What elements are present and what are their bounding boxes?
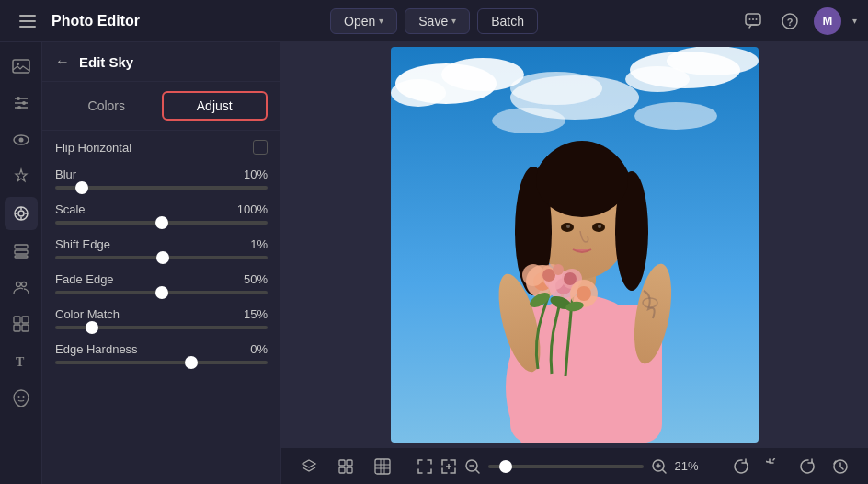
svg-point-69 <box>577 286 591 301</box>
bottombar-right <box>728 454 853 479</box>
tab-colors[interactable]: Colors <box>55 91 158 121</box>
zoom-out-btn[interactable] <box>464 454 481 479</box>
sidebar-image-btn[interactable] <box>5 50 38 83</box>
color-match-label: Color Match <box>55 307 120 321</box>
menu-icon[interactable] <box>11 5 44 38</box>
svg-point-41 <box>510 72 602 105</box>
svg-point-25 <box>21 282 26 287</box>
tab-adjust[interactable]: Adjust <box>162 91 268 121</box>
sidebar-effects-btn[interactable] <box>5 197 38 230</box>
fade-edge-slider[interactable] <box>55 291 268 294</box>
svg-rect-27 <box>22 317 29 323</box>
svg-point-59 <box>598 225 601 228</box>
shift-edge-slider[interactable] <box>55 256 268 259</box>
svg-line-93 <box>662 469 666 473</box>
redo-btn[interactable] <box>794 454 820 479</box>
topbar-right: ? M ▾ <box>538 7 857 35</box>
image-container <box>281 42 868 447</box>
svg-rect-1 <box>19 20 36 22</box>
svg-point-74 <box>564 272 577 285</box>
batch-button[interactable]: Batch <box>477 8 538 34</box>
svg-rect-26 <box>14 317 20 323</box>
svg-line-89 <box>475 469 479 473</box>
control-edge-hardness: Edge Hardness 0% <box>55 342 268 364</box>
control-fade-edge: Fade Edge 50% <box>55 272 268 294</box>
sidebar-filter-btn[interactable] <box>5 307 38 340</box>
fade-edge-value: 50% <box>244 272 268 286</box>
svg-point-18 <box>18 138 23 143</box>
open-chevron: ▾ <box>379 16 383 26</box>
control-shift-edge: Shift Edge 1% <box>55 237 268 259</box>
svg-point-55 <box>536 144 628 217</box>
edge-hardness-slider[interactable] <box>55 361 268 364</box>
bottombar-center: 21% <box>417 454 708 479</box>
svg-rect-80 <box>375 459 390 474</box>
controls-area: Flip Horizontal Blur 10% Scale 100% <box>42 131 280 374</box>
chat-icon-button[interactable] <box>740 8 766 34</box>
zoom-display: 21% <box>675 459 708 473</box>
flip-label: Flip Horizontal <box>55 141 131 155</box>
save-button[interactable]: Save ▾ <box>405 8 470 34</box>
help-icon-button[interactable]: ? <box>777 8 803 34</box>
flip-checkbox[interactable] <box>253 140 268 155</box>
svg-point-42 <box>492 108 565 133</box>
svg-rect-79 <box>347 467 352 473</box>
sidebar-sticker-btn[interactable] <box>5 381 38 414</box>
rotate-right-btn[interactable] <box>728 454 754 479</box>
svg-point-32 <box>22 396 24 398</box>
svg-rect-9 <box>13 60 29 73</box>
sidebar-magic-btn[interactable] <box>5 160 38 193</box>
svg-point-39 <box>625 66 690 92</box>
svg-point-4 <box>749 18 751 20</box>
svg-rect-23 <box>15 256 28 258</box>
sidebar-people-btn[interactable] <box>5 271 38 304</box>
control-color-match: Color Match 15% <box>55 307 268 329</box>
edge-hardness-value: 0% <box>250 342 268 356</box>
blur-label: Blur <box>55 167 76 181</box>
sidebar-eye-btn[interactable] <box>5 123 38 156</box>
main-area: T ← Edit Sky Colors Adjust Flip Hor <box>0 42 868 484</box>
panel-back-button[interactable]: ← <box>55 53 70 70</box>
svg-point-31 <box>17 396 19 398</box>
topbar-left: Photo Editor <box>11 5 330 38</box>
color-match-value: 15% <box>244 307 268 321</box>
icon-sidebar: T <box>0 42 42 484</box>
save-chevron: ▾ <box>451 16 456 26</box>
zoom-slider[interactable] <box>488 465 644 468</box>
svg-point-75 <box>553 264 564 275</box>
svg-point-43 <box>634 102 717 130</box>
history-btn[interactable] <box>828 454 853 479</box>
topbar: Photo Editor Open ▾ Save ▾ Batch ? <box>0 0 868 42</box>
shift-edge-value: 1% <box>250 237 268 251</box>
zoom-in-btn[interactable] <box>651 454 668 479</box>
sidebar-layers-btn[interactable] <box>5 234 38 267</box>
tab-bar: Colors Adjust <box>42 82 280 131</box>
bottombar-left <box>296 454 395 479</box>
scale-slider[interactable] <box>55 221 268 225</box>
svg-point-24 <box>16 282 20 287</box>
layers-toggle-btn[interactable] <box>296 454 322 479</box>
canvas-area: 21% <box>281 42 868 484</box>
control-flip-horizontal: Flip Horizontal <box>55 140 268 155</box>
svg-rect-0 <box>19 15 36 17</box>
open-button[interactable]: Open ▾ <box>330 8 397 34</box>
sidebar-sliders-btn[interactable] <box>5 86 38 120</box>
color-match-slider[interactable] <box>55 326 268 329</box>
blur-value: 10% <box>244 167 268 181</box>
undo-btn[interactable] <box>761 454 787 479</box>
fade-edge-label: Fade Edge <box>55 272 114 286</box>
panel-header: ← Edit Sky <box>42 42 280 82</box>
avatar[interactable]: M <box>814 7 841 35</box>
grid-btn[interactable] <box>370 454 395 479</box>
flip-label-row: Flip Horizontal <box>55 140 268 155</box>
sidebar-text-btn[interactable]: T <box>5 344 38 377</box>
scale-label: Scale <box>55 202 86 216</box>
share-btn[interactable] <box>333 454 359 479</box>
svg-rect-78 <box>339 467 345 473</box>
zoom-fit-btn[interactable] <box>440 454 457 479</box>
svg-point-20 <box>18 211 24 216</box>
svg-text:?: ? <box>787 17 794 28</box>
blur-slider[interactable] <box>55 186 268 190</box>
fit-screen-btn[interactable] <box>417 454 433 479</box>
svg-point-10 <box>17 63 19 65</box>
